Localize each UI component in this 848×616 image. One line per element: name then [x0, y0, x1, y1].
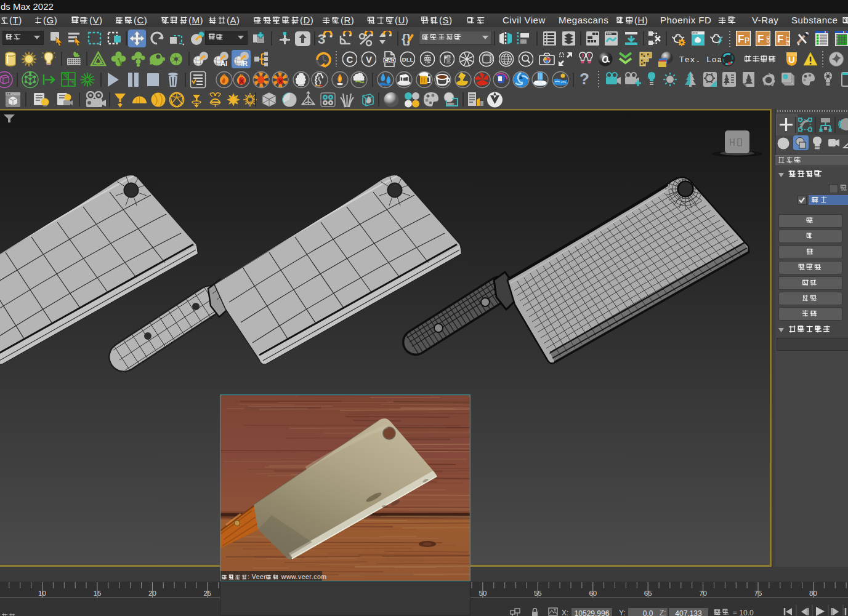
svg-text:LOD: LOD: [765, 36, 770, 46]
svg-text:65: 65: [644, 590, 652, 597]
svg-text:IR: IR: [241, 60, 248, 67]
svg-text:F: F: [777, 33, 783, 45]
svg-text:DLL: DLL: [402, 56, 414, 63]
svg-text:70: 70: [699, 590, 707, 597]
svg-text:25: 25: [203, 590, 211, 597]
svg-text:60: 60: [589, 590, 597, 597]
svg-text:C: C: [347, 54, 353, 65]
svg-text:V: V: [366, 54, 372, 65]
svg-text:AI: AI: [220, 60, 227, 67]
svg-text:F: F: [738, 33, 744, 45]
svg-text:10: 10: [38, 590, 46, 597]
svg-text:75: 75: [754, 590, 762, 597]
svg-text:SET: SET: [785, 36, 790, 46]
svg-text:55: 55: [534, 590, 542, 597]
svg-text:80: 80: [809, 590, 817, 597]
svg-text:P: P: [745, 36, 749, 45]
svg-text:50: 50: [479, 590, 487, 597]
svg-text:F: F: [757, 33, 764, 45]
svg-text:20: 20: [148, 590, 156, 597]
svg-text:U: U: [788, 54, 795, 65]
svg-text:15: 15: [94, 590, 102, 597]
svg-text:CAD: CAD: [384, 57, 395, 63]
